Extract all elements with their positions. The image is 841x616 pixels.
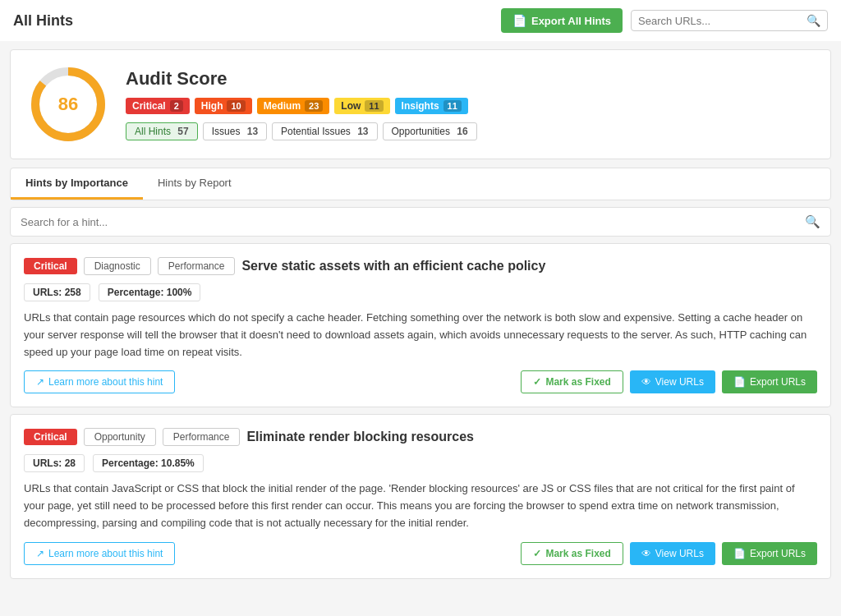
eye-icon-2: 👁 bbox=[641, 548, 651, 559]
filter-opportunities[interactable]: Opportunities 16 bbox=[383, 122, 477, 140]
badge-row: Critical 2 High 10 Medium 23 Low 11 Insi… bbox=[126, 98, 814, 114]
hint-2-severity: Critical bbox=[24, 429, 77, 445]
hint-search-input[interactable] bbox=[21, 216, 805, 228]
hint-1-urls-stat: URLs: 258 bbox=[24, 283, 90, 301]
hint-2-action-buttons: ✓ Mark as Fixed 👁 View URLs 📄 Export URL… bbox=[521, 542, 817, 565]
audit-top: 86 Audit Score Critical 2 High 10 Medium… bbox=[27, 63, 814, 145]
export-all-button[interactable]: 📄 Export All Hints bbox=[501, 8, 623, 33]
hint-1-severity: Critical bbox=[24, 258, 77, 274]
hint-2-tags: Critical Opportunity Performance Elimina… bbox=[24, 428, 817, 446]
hint-1-stats: URLs: 258 Percentage: 100% bbox=[24, 283, 817, 301]
badge-critical[interactable]: Critical 2 bbox=[126, 98, 190, 114]
hint-2-urls-stat: URLs: 28 bbox=[24, 454, 85, 472]
search-urls-container: 🔍 bbox=[631, 10, 828, 31]
hint-1-title: Serve static assets with an efficient ca… bbox=[241, 259, 545, 274]
export-icon: 📄 bbox=[512, 14, 526, 27]
hint-search-icon: 🔍 bbox=[805, 214, 820, 229]
hint-2-description: URLs that contain JavaScript or CSS that… bbox=[24, 480, 817, 531]
hint-1-view-urls-button[interactable]: 👁 View URLs bbox=[630, 370, 715, 393]
audit-donut: 86 bbox=[27, 63, 109, 145]
hint-2-title: Eliminate render blocking resources bbox=[246, 430, 474, 444]
download-icon-1: 📄 bbox=[733, 376, 746, 388]
external-link-icon-2: ↗ bbox=[36, 548, 44, 559]
audit-score-value: 86 bbox=[58, 94, 78, 115]
badge-low[interactable]: Low 11 bbox=[334, 98, 389, 114]
hint-2-stats: URLs: 28 Percentage: 10.85% bbox=[24, 454, 817, 472]
external-link-icon-1: ↗ bbox=[36, 376, 44, 388]
eye-icon-1: 👁 bbox=[641, 376, 651, 388]
top-bar-actions: 📄 Export All Hints 🔍 bbox=[501, 8, 828, 33]
hint-2-actions: ↗ Learn more about this hint ✓ Mark as F… bbox=[24, 542, 817, 565]
search-urls-icon: 🔍 bbox=[807, 14, 820, 27]
hint-search-container: 🔍 bbox=[10, 207, 831, 237]
audit-panel: 86 Audit Score Critical 2 High 10 Medium… bbox=[10, 49, 831, 159]
hint-1-description: URLs that contain page resources which d… bbox=[24, 310, 817, 361]
audit-title: Audit Score bbox=[126, 68, 814, 90]
badge-medium[interactable]: Medium 23 bbox=[257, 98, 330, 114]
filter-all-hints[interactable]: All Hints 57 bbox=[126, 122, 198, 140]
check-icon-1: ✓ bbox=[533, 376, 541, 388]
badge-high[interactable]: High 10 bbox=[195, 98, 252, 114]
hint-card-2: Critical Opportunity Performance Elimina… bbox=[10, 414, 831, 578]
hint-2-tag1: Opportunity bbox=[84, 428, 156, 446]
hint-1-percentage-stat: Percentage: 100% bbox=[99, 283, 201, 301]
hint-1-export-urls-button[interactable]: 📄 Export URLs bbox=[722, 370, 817, 393]
tab-hints-by-importance[interactable]: Hints by Importance bbox=[11, 168, 143, 200]
hint-1-actions: ↗ Learn more about this hint ✓ Mark as F… bbox=[24, 370, 817, 393]
hint-1-action-buttons: ✓ Mark as Fixed 👁 View URLs 📄 Export URL… bbox=[521, 370, 817, 393]
badge-insights[interactable]: Insights 11 bbox=[395, 98, 468, 114]
check-icon-2: ✓ bbox=[533, 548, 541, 559]
hint-1-learn-more-button[interactable]: ↗ Learn more about this hint bbox=[24, 370, 175, 393]
audit-info: Audit Score Critical 2 High 10 Medium 23… bbox=[126, 68, 814, 140]
hint-1-mark-fixed-button[interactable]: ✓ Mark as Fixed bbox=[521, 370, 623, 393]
filter-potential-issues[interactable]: Potential Issues 13 bbox=[272, 122, 377, 140]
hint-1-tag1: Diagnostic bbox=[84, 257, 151, 275]
page-title: All Hints bbox=[13, 12, 73, 30]
top-bar: All Hints 📄 Export All Hints 🔍 bbox=[0, 0, 841, 41]
hint-2-percentage-stat: Percentage: 10.85% bbox=[93, 454, 204, 472]
hint-card-1: Critical Diagnostic Performance Serve st… bbox=[10, 243, 831, 407]
search-urls-input[interactable] bbox=[638, 15, 807, 27]
tab-hints-by-report[interactable]: Hints by Report bbox=[143, 168, 246, 200]
hint-1-tag2: Performance bbox=[158, 257, 236, 275]
filter-row: All Hints 57 Issues 13 Potential Issues … bbox=[126, 122, 814, 140]
filter-issues[interactable]: Issues 13 bbox=[203, 122, 267, 140]
hint-2-tag2: Performance bbox=[163, 428, 241, 446]
hint-2-view-urls-button[interactable]: 👁 View URLs bbox=[630, 542, 715, 565]
hint-1-tags: Critical Diagnostic Performance Serve st… bbox=[24, 257, 817, 275]
hint-2-mark-fixed-button[interactable]: ✓ Mark as Fixed bbox=[521, 542, 623, 565]
hint-2-export-urls-button[interactable]: 📄 Export URLs bbox=[722, 542, 817, 565]
hint-2-learn-more-button[interactable]: ↗ Learn more about this hint bbox=[24, 542, 175, 565]
download-icon-2: 📄 bbox=[733, 548, 746, 559]
tabs-bar: Hints by Importance Hints by Report bbox=[10, 168, 831, 200]
export-all-label: Export All Hints bbox=[531, 15, 611, 27]
